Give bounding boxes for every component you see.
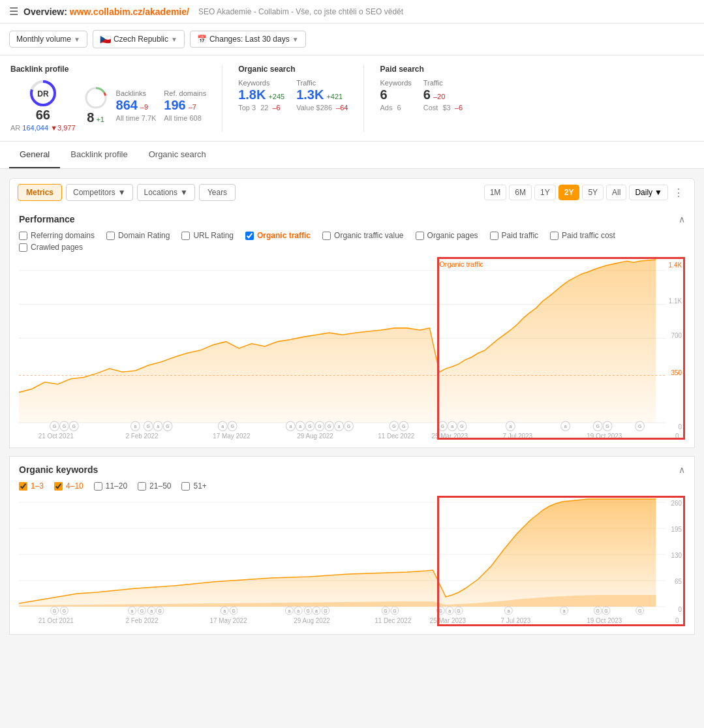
checkboxes-row: Referring domains Domain Rating URL Rati…	[19, 231, 685, 240]
svg-text:65: 65	[675, 578, 682, 585]
collapse-keywords-button[interactable]: ∧	[679, 464, 685, 475]
main-content: Metrics Competitors ▼ Locations ▼ Years …	[0, 169, 704, 644]
performance-section: Performance ∧ Referring domains Domain R…	[9, 206, 695, 448]
cb-crawled-pages[interactable]: Crawled pages	[19, 243, 83, 252]
metrics-button[interactable]: Metrics	[18, 184, 62, 201]
svg-text:a: a	[297, 609, 299, 613]
menu-icon[interactable]: ☰	[9, 5, 18, 18]
competitors-button[interactable]: Competitors ▼	[66, 184, 133, 201]
backlink-profile-section: Backlink profile DR 66 AR 164,044 ▼3,977	[10, 65, 222, 132]
cb-kw-4-10-input[interactable]	[54, 482, 63, 491]
cb-referring-domains-input[interactable]	[19, 232, 27, 240]
granularity-button[interactable]: Daily ▼	[629, 185, 668, 200]
locations-button[interactable]: Locations ▼	[137, 184, 195, 201]
stats-bar: Backlink profile DR 66 AR 164,044 ▼3,977	[0, 55, 704, 142]
country-dropdown[interactable]: 🇨🇿 Czech Republic ▼	[93, 30, 185, 48]
site-url[interactable]: www.collabim.cz/akademie/	[70, 7, 189, 17]
chevron-down-icon: ▼	[180, 188, 188, 197]
time-1m-button[interactable]: 1M	[484, 185, 507, 200]
tab-backlink-profile[interactable]: Backlink profile	[60, 142, 138, 168]
svg-text:G: G	[318, 424, 321, 429]
cb-organic-pages-input[interactable]	[416, 232, 424, 240]
time-2y-button[interactable]: 2Y	[559, 185, 580, 200]
collapse-performance-button[interactable]: ∧	[679, 214, 685, 224]
cb-url-rating-input[interactable]	[181, 232, 190, 240]
chevron-down-icon: ▼	[118, 188, 126, 197]
changes-dropdown[interactable]: 📅 Changes: Last 30 days ▼	[190, 31, 306, 48]
paid-keywords-stat: Keywords 6 Ads 6	[380, 79, 411, 112]
cb-kw-21-50[interactable]: 21–50	[138, 481, 171, 491]
svg-text:21 Oct 2021: 21 Oct 2021	[38, 432, 74, 440]
svg-text:G: G	[328, 424, 331, 429]
chevron-down-icon: ▼	[292, 36, 299, 43]
chevron-down-icon: ▼	[74, 36, 80, 43]
cb-paid-traffic-cost-input[interactable]	[550, 232, 559, 240]
svg-text:7 Jul 2023: 7 Jul 2023	[500, 617, 530, 624]
svg-text:G: G	[596, 424, 599, 429]
svg-text:a: a	[338, 424, 341, 429]
more-options-button[interactable]: ⋮	[671, 187, 686, 199]
backlink-profile-title: Backlink profile	[10, 65, 206, 74]
svg-text:G: G	[53, 609, 56, 613]
cb-organic-pages[interactable]: Organic pages	[416, 231, 478, 240]
cb-crawled-pages-input[interactable]	[19, 243, 27, 252]
svg-text:G: G	[324, 609, 327, 613]
svg-text:19 Oct 2023: 19 Oct 2023	[587, 432, 622, 440]
tab-general[interactable]: General	[9, 142, 60, 168]
cb-organic-traffic-value[interactable]: Organic traffic value	[322, 231, 404, 240]
time-1y-button[interactable]: 1Y	[534, 185, 556, 200]
svg-text:17 May 2022: 17 May 2022	[209, 617, 247, 624]
cb-referring-domains[interactable]: Referring domains	[19, 231, 95, 240]
tab-organic-search[interactable]: Organic search	[138, 142, 217, 168]
cb-organic-traffic[interactable]: Organic traffic	[245, 231, 311, 240]
backlinks-alltime: All time 7.7K	[116, 114, 157, 122]
svg-text:G: G	[63, 424, 66, 429]
cb-kw-11-20[interactable]: 11–20	[94, 481, 127, 491]
cb-organic-traffic-value-input[interactable]	[322, 232, 331, 240]
cb-domain-rating[interactable]: Domain Rating	[106, 231, 170, 240]
cb-url-rating[interactable]: URL Rating	[181, 231, 234, 240]
cb-paid-traffic-cost[interactable]: Paid traffic cost	[550, 231, 615, 240]
cb-paid-traffic[interactable]: Paid traffic	[490, 231, 538, 240]
refdomains-value: 196	[164, 97, 185, 113]
svg-text:G: G	[402, 424, 405, 429]
calendar-icon: 📅	[197, 35, 207, 44]
cb-kw-21-50-input[interactable]	[138, 482, 146, 491]
country-label: Czech Republic	[114, 35, 168, 44]
cb-kw-1-3[interactable]: 1–3	[19, 481, 44, 491]
time-6m-button[interactable]: 6M	[509, 185, 532, 200]
svg-text:1.4K: 1.4K	[669, 261, 682, 268]
svg-text:G: G	[230, 424, 234, 429]
cb-kw-1-3-input[interactable]	[19, 482, 27, 491]
svg-text:195: 195	[671, 526, 682, 533]
performance-chart: 1.4K 1.1K 700 350 0 Organic traffic	[19, 257, 685, 440]
years-button[interactable]: Years	[199, 184, 236, 201]
svg-text:G: G	[158, 609, 161, 613]
volume-label: Monthly volume	[16, 35, 71, 44]
ok-checkboxes-row: 1–3 4–10 11–20 21–50 51+	[19, 481, 685, 491]
tabs-bar: General Backlink profile Organic search	[0, 142, 704, 169]
time-5y-button[interactable]: 5Y	[582, 185, 604, 200]
svg-text:0: 0	[675, 432, 679, 440]
svg-text:G: G	[166, 424, 169, 429]
cb-organic-traffic-input[interactable]	[245, 232, 254, 240]
cb-kw-11-20-input[interactable]	[94, 482, 102, 491]
cb-kw-51plus-input[interactable]	[181, 482, 190, 491]
svg-text:350: 350	[671, 369, 682, 376]
svg-text:a: a	[223, 609, 226, 613]
time-all-button[interactable]: All	[606, 185, 626, 200]
cb-paid-traffic-input[interactable]	[490, 232, 498, 240]
svg-text:a: a	[509, 424, 512, 429]
cb-kw-4-10[interactable]: 4–10	[54, 481, 84, 491]
svg-text:25 Mar 2023: 25 Mar 2023	[431, 432, 468, 440]
cb-kw-51plus[interactable]: 51+	[181, 481, 206, 491]
cb-domain-rating-input[interactable]	[106, 232, 115, 240]
monthly-volume-dropdown[interactable]: Monthly volume ▼	[9, 31, 87, 48]
svg-text:G: G	[232, 609, 235, 613]
dr-circle: DR	[29, 79, 57, 108]
ok-chart-svg: 260 195 130 65 0	[19, 496, 685, 626]
svg-text:Organic traffic: Organic traffic	[439, 260, 483, 267]
svg-text:a: a	[564, 424, 567, 429]
top-bar: ☰ Overview: www.collabim.cz/akademie/ SE…	[0, 0, 704, 23]
organic-kw-sub: Top 3 22 –6	[238, 104, 284, 112]
